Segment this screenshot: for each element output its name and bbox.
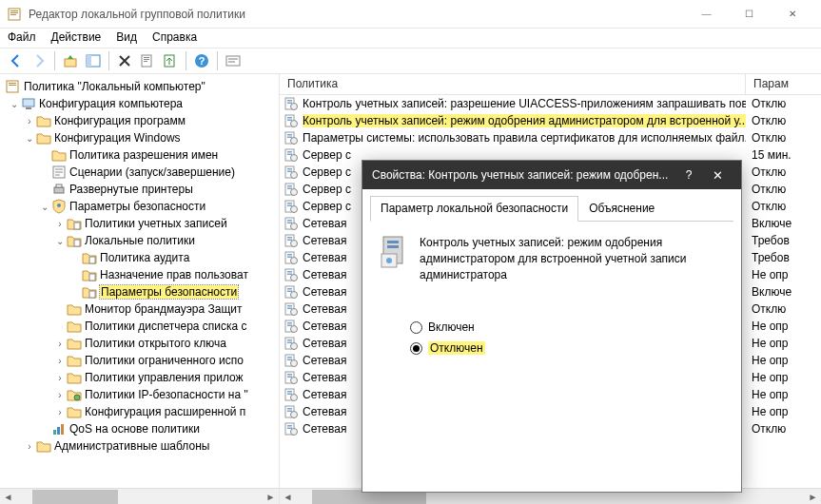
svg-rect-89 [287, 325, 292, 327]
svg-point-102 [291, 378, 298, 384]
svg-rect-77 [287, 274, 292, 276]
svg-rect-41 [287, 120, 292, 122]
svg-rect-112 [287, 425, 292, 427]
svg-rect-33 [57, 427, 60, 435]
folder-doc-icon [67, 216, 82, 231]
tree-node[interactable]: ›Конфигурация программ [2, 112, 279, 129]
tab-explanation[interactable]: Объяснение [578, 196, 665, 222]
policy-item-icon [283, 370, 299, 385]
tree-node[interactable]: ›Административные шаблоны [2, 437, 279, 455]
tree-node[interactable]: ›Конфигурация расширенной п [2, 403, 279, 420]
policy-row[interactable]: Контроль учетных записей: режим одобрени… [280, 112, 821, 129]
show-hide-tree-button[interactable] [83, 50, 104, 71]
dialog-help-button[interactable]: ? [674, 168, 703, 182]
expand-icon[interactable]: › [53, 373, 67, 383]
tree-node[interactable]: ·Параметры безопасности [2, 283, 279, 300]
tree-node[interactable]: ⌄Локальные политики [2, 232, 279, 249]
collapse-icon[interactable]: ⌄ [8, 99, 21, 109]
policy-item-icon [283, 336, 299, 351]
dialog-titlebar[interactable]: Свойства: Контроль учетных записей: режи… [362, 161, 741, 189]
policy-item-icon [283, 284, 299, 300]
column-policy[interactable]: Политика [280, 74, 746, 94]
tree-node[interactable]: ·Монитор брандмауэра Защит [2, 300, 279, 318]
close-button[interactable]: ✕ [771, 1, 813, 28]
up-button[interactable] [60, 50, 81, 71]
back-button[interactable] [6, 50, 27, 71]
tree-node[interactable]: ›Политики открытого ключа [2, 335, 279, 352]
policy-item-icon [283, 387, 299, 402]
forward-button[interactable] [29, 50, 49, 71]
folder-icon [67, 319, 82, 334]
folder-icon [51, 147, 67, 163]
svg-rect-88 [287, 322, 292, 324]
folder-icon [67, 336, 82, 351]
tree-node[interactable]: ⌄Параметры безопасности [2, 198, 279, 215]
tree-node[interactable]: ⌄Конфигурация Windows [2, 129, 279, 146]
tree-node[interactable]: ›Политики управления прилож [2, 369, 279, 386]
collapse-icon[interactable]: ⌄ [38, 202, 51, 212]
expand-icon[interactable]: › [53, 390, 67, 400]
printer-icon [51, 182, 67, 197]
properties-button[interactable] [137, 50, 158, 71]
tree-root-node[interactable]: Политика "Локальный компьютер" [2, 78, 279, 95]
tree-node[interactable]: ·Политика аудита [2, 249, 279, 266]
tree-node[interactable]: ·Политика разрешения имен [2, 146, 279, 164]
tree-pane[interactable]: Политика "Локальный компьютер"⌄Конфигура… [0, 74, 280, 504]
export-button[interactable] [160, 50, 181, 71]
expand-icon[interactable]: › [23, 116, 36, 126]
filter-button[interactable] [223, 50, 244, 71]
tree-node[interactable]: ›Политики учетных записей [2, 215, 279, 232]
minimize-button[interactable]: — [685, 1, 728, 28]
tree-node[interactable]: ·Сценарии (запуск/завершение) [2, 164, 279, 181]
expand-icon[interactable]: › [53, 407, 67, 417]
svg-rect-48 [287, 151, 292, 153]
expand-icon[interactable]: › [53, 356, 67, 366]
help-button[interactable]: ? [191, 50, 212, 71]
radio-disabled[interactable]: Отключен [410, 341, 724, 355]
svg-point-106 [291, 395, 298, 401]
svg-rect-29 [89, 274, 95, 281]
tree-hscrollbar[interactable]: ◄► [0, 488, 279, 504]
tree-node[interactable]: ·Развернутые принтеры [2, 181, 279, 198]
column-param[interactable]: Парам [746, 74, 821, 94]
delete-button[interactable] [114, 50, 135, 71]
svg-rect-16 [228, 61, 235, 63]
tree-node[interactable]: ›Политики IP-безопасности на " [2, 386, 279, 403]
svg-point-70 [291, 241, 298, 247]
menu-view[interactable]: Вид [116, 30, 137, 48]
tree-node[interactable]: ·QoS на основе политики [2, 420, 279, 437]
list-header[interactable]: Политика Парам [280, 74, 821, 95]
svg-point-78 [291, 275, 298, 281]
svg-point-119 [386, 258, 392, 263]
dialog-tabs: Параметр локальной безопасности Объяснен… [370, 195, 733, 222]
policy-row[interactable]: Параметры системы: использовать правила … [280, 129, 821, 146]
radio-enabled[interactable]: Включен [410, 320, 724, 334]
policy-row[interactable]: Контроль учетных записей: разрешение UIA… [280, 95, 821, 112]
svg-rect-80 [287, 288, 292, 290]
menu-file[interactable]: Файл [8, 30, 36, 48]
svg-rect-2 [10, 12, 18, 13]
collapse-icon[interactable]: ⌄ [23, 133, 36, 144]
svg-rect-24 [56, 184, 62, 187]
maximize-button[interactable]: ☐ [728, 1, 771, 28]
tree-node[interactable]: ⌄Конфигурация компьютера [2, 95, 279, 112]
svg-rect-104 [287, 391, 292, 393]
properties-dialog: Свойства: Контроль учетных записей: режи… [362, 160, 742, 493]
tree-node[interactable]: ·Назначение прав пользоват [2, 266, 279, 283]
dialog-close-button[interactable]: ✕ [703, 168, 732, 183]
svg-rect-117 [387, 245, 399, 248]
expand-icon[interactable]: › [53, 219, 67, 229]
menu-help[interactable]: Справка [152, 30, 197, 48]
folder-icon [67, 301, 82, 317]
tree-node[interactable]: ›Политики ограниченного испо [2, 352, 279, 369]
folder-doc-icon [82, 250, 97, 265]
window-title: Редактор локальной групповой политики [29, 8, 685, 21]
collapse-icon[interactable]: ⌄ [53, 236, 67, 246]
svg-point-114 [291, 429, 298, 436]
menu-action[interactable]: Действие [51, 30, 102, 48]
expand-icon[interactable]: › [53, 339, 67, 349]
expand-icon[interactable]: › [23, 441, 36, 452]
tree-node[interactable]: ·Политики диспетчера списка с [2, 318, 279, 335]
svg-rect-21 [26, 107, 31, 109]
tab-local-security[interactable]: Параметр локальной безопасности [370, 196, 578, 222]
